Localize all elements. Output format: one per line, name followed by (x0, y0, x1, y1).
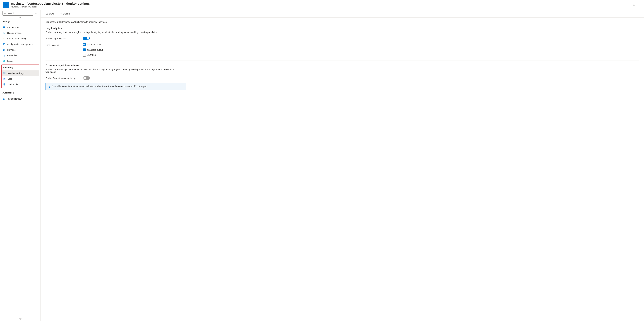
jmx-metrics-label: JMX Metrics (87, 54, 99, 56)
sidebar-item-cluster-access[interactable]: Cluster access (0, 30, 40, 36)
log-analytics-description: Enable Log Analytics to view insights an… (46, 31, 186, 34)
monitoring-section-label: Monitoring (2, 66, 39, 69)
workbooks-icon (3, 83, 6, 86)
logs-checkbox-group: Standard error Standard output (83, 43, 103, 56)
svg-point-10 (3, 38, 4, 39)
enable-log-analytics-label: Enable Log Analytics (46, 36, 77, 40)
scroll-down-arrow[interactable] (19, 318, 22, 320)
sidebar-item-properties[interactable]: Properties (0, 53, 40, 58)
discard-label: Discard (63, 12, 70, 15)
scroll-up-indicator[interactable] (0, 16, 40, 19)
svg-rect-25 (4, 55, 4, 56)
standard-error-row[interactable]: Standard error (83, 43, 103, 46)
monitor-settings-label: Monitor settings (8, 72, 24, 74)
sidebar-item-logs[interactable]: Logs (2, 76, 39, 82)
svg-line-4 (6, 14, 6, 14)
services-icon (2, 48, 6, 52)
svg-rect-30 (4, 72, 4, 73)
svg-rect-0 (4, 4, 7, 4)
svg-rect-26 (4, 55, 4, 56)
configuration-management-label: Configuration management (7, 43, 34, 46)
check-icon (84, 44, 85, 46)
svg-rect-1 (4, 5, 7, 5)
svg-rect-39 (4, 84, 4, 84)
svg-rect-28 (3, 61, 5, 62)
enable-prometheus-toggle[interactable] (83, 76, 90, 80)
tasks-preview-icon (2, 97, 6, 100)
cluster-svg-icon (4, 3, 8, 7)
search-input[interactable] (7, 12, 31, 15)
svg-point-19 (4, 49, 5, 50)
search-box[interactable] (2, 11, 33, 16)
settings-divider (2, 24, 38, 24)
svg-rect-29 (3, 72, 5, 74)
properties-icon (2, 54, 6, 57)
monitor-settings-icon (3, 72, 6, 75)
azure-prometheus-section: Azure managed Prometheus Enable Azure ma… (46, 64, 639, 90)
toolbar: Save Discard (40, 10, 644, 18)
svg-rect-33 (4, 74, 5, 74)
header-text-group: mycluster (contosopool/mycluster) | Moni… (11, 2, 630, 8)
cluster-access-icon (2, 32, 6, 34)
enable-log-analytics-toggle[interactable] (83, 36, 90, 40)
content-body: Connect your HDInsight on AKS cluster wi… (40, 18, 644, 94)
locks-icon (2, 60, 6, 63)
sidebar-item-locks[interactable]: Locks (0, 58, 40, 64)
secure-shell-label: Secure shell (SSH) (7, 38, 26, 40)
resource-icon (3, 2, 9, 8)
log-analytics-section: Log Analytics Enable Log Analytics to vi… (46, 27, 639, 56)
cluster-size-icon (2, 26, 6, 29)
standard-output-row[interactable]: Standard output (83, 48, 103, 51)
svg-rect-11 (4, 39, 4, 40)
logs-label: Logs (8, 78, 12, 80)
logs-to-collect-label: Logs to collect (46, 43, 77, 46)
cluster-size-label: Cluster size (7, 26, 18, 29)
enable-prometheus-row: Enable Prometheus monitoring (46, 76, 639, 80)
sidebar-item-tasks-preview[interactable]: Tasks (preview) (0, 96, 40, 102)
svg-point-8 (3, 32, 4, 33)
svg-point-45 (3, 99, 4, 100)
more-options-icon[interactable]: ··· (638, 3, 641, 6)
page-title: mycluster (contosopool/mycluster) | Moni… (11, 2, 630, 6)
logs-to-collect-row: Logs to collect Standard error (46, 43, 639, 56)
automation-section-label: Automation (0, 90, 40, 94)
sidebar-item-monitor-settings[interactable]: Monitor settings (2, 70, 39, 76)
sidebar: ≪ Settings Cluster size (0, 10, 40, 321)
favorite-icon[interactable]: ☆ (632, 3, 635, 7)
standard-output-label: Standard output (87, 48, 103, 51)
scroll-up-arrow[interactable] (19, 17, 22, 18)
page-header: mycluster (contosopool/mycluster) | Moni… (0, 0, 644, 10)
sidebar-item-cluster-size[interactable]: Cluster size (0, 24, 40, 30)
content-description: Connect your HDInsight on AKS cluster wi… (46, 21, 639, 23)
info-icon: ℹ (49, 85, 50, 88)
sidebar-item-configuration-management[interactable]: Configuration management (0, 42, 40, 47)
standard-output-checkbox[interactable] (83, 48, 86, 51)
svg-point-43 (3, 98, 4, 98)
svg-rect-14 (3, 44, 5, 44)
search-icon (4, 12, 6, 14)
save-button[interactable]: Save (44, 12, 55, 16)
svg-rect-2 (4, 6, 7, 6)
standard-error-checkbox[interactable] (83, 43, 86, 46)
prometheus-toggle-knob (84, 77, 86, 79)
discard-button[interactable]: Discard (58, 12, 72, 16)
svg-rect-24 (3, 56, 4, 56)
prometheus-info-text: To enable Azure Prometheus on this clust… (52, 85, 148, 88)
secure-shell-icon (2, 37, 6, 40)
azure-prometheus-title: Azure managed Prometheus (46, 64, 639, 67)
svg-rect-52 (46, 14, 48, 15)
svg-point-44 (4, 98, 5, 98)
svg-rect-51 (46, 13, 47, 14)
jmx-metrics-checkbox[interactable] (83, 54, 86, 56)
collapse-sidebar-button[interactable]: ≪ (34, 12, 38, 15)
sidebar-item-services[interactable]: Services (0, 47, 40, 53)
enable-log-analytics-row: Enable Log Analytics (46, 36, 639, 40)
sidebar-item-workbooks[interactable]: Workbooks (2, 82, 39, 87)
jmx-metrics-row[interactable]: JMX Metrics (83, 54, 103, 56)
sidebar-item-secure-shell[interactable]: Secure shell (SSH) (0, 36, 40, 42)
svg-point-3 (4, 13, 6, 14)
page-subtitle: Azure HDInsight on AKS cluster (11, 6, 630, 8)
prometheus-toggle-slider (83, 76, 90, 80)
section-separator (46, 60, 639, 60)
scroll-down-indicator[interactable] (0, 318, 40, 321)
